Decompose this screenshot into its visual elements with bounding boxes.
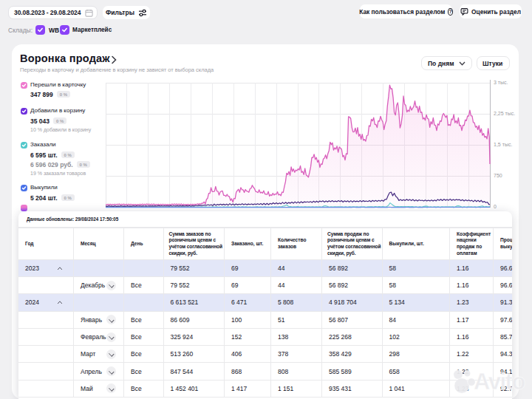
svg-text:Avito: Avito	[474, 369, 525, 395]
